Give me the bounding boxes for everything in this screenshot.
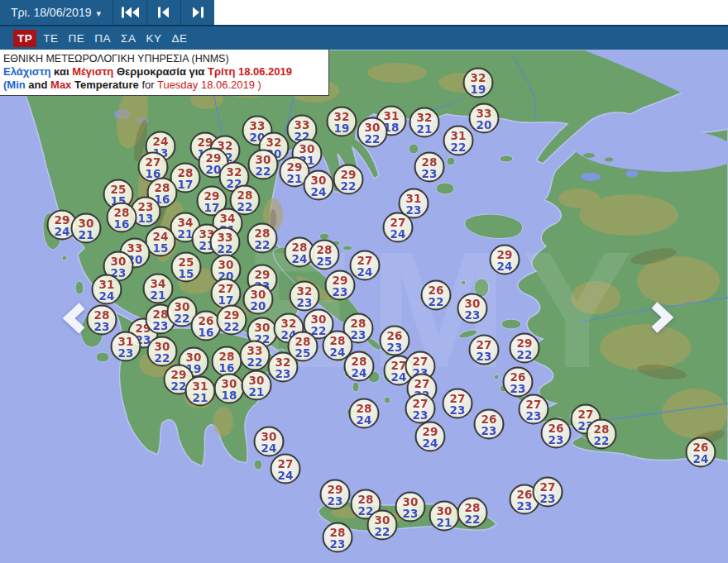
- max-temp: 28: [330, 334, 346, 346]
- max-temp: 32: [227, 165, 242, 177]
- max-temp: 30: [311, 313, 327, 324]
- temp-station: 2825: [309, 240, 340, 270]
- min-temp: 22: [365, 132, 381, 144]
- min-temp: 22: [255, 238, 271, 250]
- max-temp: 30: [251, 288, 266, 299]
- day-tab-ΠΕ[interactable]: ΠΕ: [64, 31, 90, 46]
- temp-station: 3320: [469, 103, 500, 134]
- max-temp: 28: [317, 243, 333, 255]
- max-temp: 26: [693, 441, 709, 452]
- max-temp: 32: [297, 284, 313, 296]
- max-temp: 29: [333, 274, 348, 285]
- date-dropdown[interactable]: Τρι. 18/06/2019 ▾: [0, 0, 113, 25]
- max-temp: 30: [437, 504, 453, 516]
- toolbar: Τρι. 18/06/2019 ▾: [0, 0, 728, 25]
- map-next-arrow[interactable]: [649, 301, 674, 337]
- prev-day-button[interactable]: [146, 0, 180, 25]
- max-temp: 28: [351, 317, 366, 328]
- day-tab-ΠΑ[interactable]: ΠΑ: [89, 31, 116, 46]
- min-temp: 23: [510, 382, 526, 394]
- min-temp: 21: [79, 228, 94, 240]
- day-tab-ΤΕ[interactable]: ΤΕ: [38, 31, 63, 46]
- temp-station: 3020: [243, 284, 274, 315]
- min-temp: 23: [275, 367, 291, 379]
- max-temp: 31: [118, 335, 134, 346]
- temp-station: 2924: [490, 245, 520, 275]
- day-tab-ΚΥ[interactable]: ΚΥ: [141, 31, 166, 46]
- min-temp: 22: [224, 320, 240, 332]
- max-temp: 27: [540, 480, 556, 492]
- min-temp: 22: [375, 525, 390, 537]
- max-temp: 23: [138, 200, 154, 212]
- temp-station: 2823: [323, 522, 353, 553]
- max-temp: 26: [199, 314, 214, 326]
- min-temp: 22: [175, 312, 190, 323]
- temp-station: 2724: [271, 454, 301, 484]
- day-tab-ΤΡ[interactable]: ΤΡ: [13, 30, 36, 47]
- min-temp: 15: [153, 241, 169, 253]
- min-temp: 23: [481, 424, 497, 436]
- max-temp: 28: [155, 181, 170, 193]
- temp-station: 2825: [288, 332, 318, 362]
- map-prev-arrow[interactable]: [62, 302, 87, 338]
- temp-station: 3021: [242, 370, 272, 401]
- min-temp: 24: [357, 265, 373, 277]
- date-label: Τρι. 18/06/2019: [11, 6, 91, 19]
- min-temp: 23: [540, 492, 556, 503]
- min-temp: 21: [193, 391, 208, 403]
- max-temp: 27: [477, 338, 492, 350]
- max-temp: 31: [99, 278, 115, 289]
- min-temp: 23: [153, 319, 169, 331]
- temp-station: 3124: [92, 274, 122, 305]
- max-temp: 30: [255, 321, 271, 332]
- temp-station: 2922: [510, 333, 540, 364]
- max-temp: 27: [414, 377, 430, 389]
- day-tab-ΣΑ[interactable]: ΣΑ: [116, 31, 141, 46]
- temp-station: 3022: [367, 510, 398, 541]
- legend-text-part: Τρίτη 18.06.2019: [208, 65, 292, 78]
- max-temp: 28: [178, 166, 194, 178]
- min-temp: 25: [317, 255, 333, 266]
- min-temp: 22: [311, 324, 327, 336]
- max-temp: 27: [413, 355, 429, 366]
- skip-first-button[interactable]: [113, 0, 146, 25]
- next-day-button[interactable]: [180, 0, 214, 25]
- max-temp: 30: [311, 174, 327, 185]
- temp-station: 2823: [414, 152, 445, 183]
- max-temp: 26: [548, 422, 564, 433]
- step-forward-icon: [192, 7, 204, 18]
- min-temp: 23: [517, 499, 533, 511]
- temp-station: 3322: [210, 227, 241, 258]
- day-tab-ΔΕ[interactable]: ΔΕ: [166, 31, 192, 46]
- max-temp: 27: [278, 457, 294, 469]
- min-temp: 24: [99, 289, 115, 301]
- max-temp: 30: [175, 300, 190, 312]
- max-temp: 28: [465, 501, 481, 513]
- min-temp: 24: [330, 346, 346, 357]
- min-temp: 23: [548, 433, 564, 445]
- temp-station: 2623: [380, 326, 410, 356]
- min-temp: 24: [292, 252, 308, 264]
- max-temp: 29: [171, 368, 187, 379]
- min-temp: 15: [179, 267, 194, 279]
- temp-station: 3018: [214, 374, 245, 404]
- max-temp: 31: [451, 129, 467, 141]
- min-temp: 18: [222, 389, 237, 400]
- temp-station: 2723: [533, 477, 563, 508]
- temp-station: 2922: [333, 165, 364, 195]
- legend-text-part: for: [141, 79, 157, 91]
- min-temp: 22: [237, 200, 253, 212]
- min-temp: 22: [451, 141, 467, 152]
- min-temp: 24: [497, 260, 513, 271]
- temp-station: 3221: [410, 107, 440, 138]
- max-temp: 30: [465, 297, 481, 308]
- legend-text-part: and: [28, 79, 50, 91]
- min-temp: 23: [422, 167, 438, 179]
- legend-text-part: Μέγιστη: [72, 65, 117, 78]
- max-temp: 28: [295, 335, 311, 346]
- legend-text-part: Ελάχιστη: [3, 65, 54, 78]
- temp-station: 3022: [147, 336, 178, 367]
- max-temp: 31: [384, 109, 400, 121]
- map-legend: ΕΘΝΙΚΗ ΜΕΤΕΩΡΟΛΟΓΙΚΗ ΥΠΗΡΕΣΙΑ (HNMS) Ελά…: [0, 50, 329, 96]
- temp-station: 3024: [304, 170, 334, 201]
